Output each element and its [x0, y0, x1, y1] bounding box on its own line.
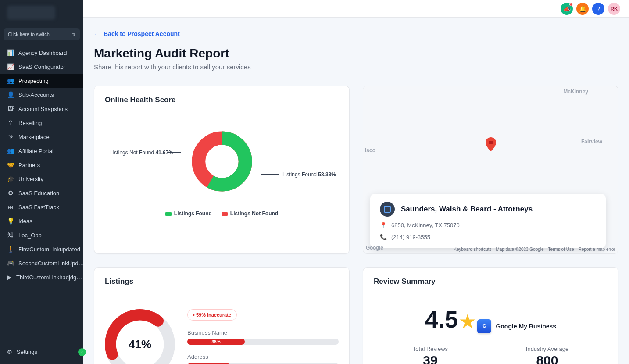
- group-icon: 👥: [7, 147, 14, 154]
- dashboard-icon: 📊: [7, 49, 14, 56]
- donut-svg: [191, 131, 253, 192]
- review-stats: Total Reviews 39 Industry Average 800: [374, 346, 608, 364]
- arrow-left-icon: ←: [94, 30, 100, 37]
- bar-label: Address: [187, 353, 339, 360]
- listings-bars: • 59% Inaccurate Business Name 38% Addre…: [187, 309, 339, 364]
- handshake-icon: 🤝: [7, 161, 14, 168]
- logo-blur: [7, 6, 55, 20]
- map-data-label: Map data ©2023 Google: [496, 247, 543, 252]
- bar-business-name: Business Name 38%: [187, 329, 339, 345]
- bag-icon: 🛍: [7, 133, 14, 140]
- bulb-icon: 💡: [7, 218, 14, 225]
- listings-card: Listings 41% • 59% Inaccurate Business N…: [94, 267, 350, 364]
- chevron-updown-icon: ⇅: [72, 32, 75, 37]
- nav-saas-education[interactable]: ⚙SaaS Education: [0, 186, 83, 200]
- keyboard-shortcuts-link[interactable]: Keyboard shortcuts: [454, 247, 491, 252]
- google-logo: Google: [366, 245, 383, 251]
- map-pin-icon: [486, 137, 496, 153]
- nav-agency-dashboard[interactable]: 📊Agency Dashboard: [0, 46, 83, 60]
- inaccurate-chip: • 59% Inaccurate: [187, 309, 237, 321]
- business-address: 6850, McKinney, TX 75070: [391, 222, 460, 228]
- business-phone-row: 📞 (214) 919-3555: [380, 234, 596, 240]
- listings-body: 41% • 59% Inaccurate Business Name 38% A…: [94, 300, 349, 364]
- nav-label: Marketplace: [18, 134, 50, 140]
- nav-partners[interactable]: 🤝Partners: [0, 158, 83, 172]
- nav-label: Loc_Opp: [18, 232, 42, 239]
- business-info-card: Saunders, Walsh & Beard - Attorneys 📍 68…: [370, 194, 606, 248]
- avatar[interactable]: RK: [608, 3, 620, 15]
- business-name: Saunders, Walsh & Beard - Attorneys: [401, 205, 533, 214]
- nav-reselling[interactable]: ⇪Reselling: [0, 116, 83, 130]
- nav-third-custom[interactable]: ▶ThirdCustomLinkhadjdg…: [0, 270, 83, 284]
- nav-label: Affiliate Portal: [18, 148, 54, 154]
- chart-label-notfound: Listings Not Found 41.67%: [110, 150, 173, 156]
- app-logo: [0, 0, 83, 25]
- account-switcher[interactable]: Click here to switch ⇅: [4, 28, 80, 40]
- industry-avg-stat: Industry Average 800: [526, 346, 568, 364]
- settings-label: Settings: [17, 349, 37, 355]
- nav-university[interactable]: 🎓University: [0, 172, 83, 186]
- nav-label: ThirdCustomLinkhadjdg…: [16, 274, 82, 281]
- gear-icon: ⚙: [7, 189, 14, 196]
- cn-icon: 知: [7, 232, 14, 239]
- user-icon: 👤: [7, 91, 14, 98]
- nav-prospecting[interactable]: 👥Prospecting: [0, 74, 83, 88]
- total-reviews-stat: Total Reviews 39: [413, 346, 448, 364]
- map-label-isco: isco: [365, 147, 375, 153]
- nav-label: Reselling: [18, 120, 42, 126]
- nav-label: Sub-Accounts: [18, 92, 54, 98]
- chart-label-found: Listings Found 58.33%: [282, 171, 336, 178]
- map-label-mckinney: McKinney: [563, 89, 588, 95]
- nav-ideas[interactable]: 💡Ideas: [0, 214, 83, 228]
- notifications-button[interactable]: 🔔: [576, 3, 589, 15]
- announcements-button[interactable]: 📣: [561, 3, 573, 15]
- review-source: G Google My Business: [477, 319, 556, 333]
- health-score-card: Online Health Score Listings Found 58.33…: [94, 86, 350, 254]
- nav-loc-opp[interactable]: 知Loc_Opp: [0, 228, 83, 242]
- nav-list: 📊Agency Dashboard 📈SaaS Configurator 👥Pr…: [0, 46, 83, 284]
- help-button[interactable]: ?: [592, 3, 604, 15]
- nav-first-custom[interactable]: 🚶FirstCustomLinkupdated: [0, 242, 83, 256]
- stat-value: 800: [526, 353, 568, 364]
- nav-saas-configurator[interactable]: 📈SaaS Configurator: [0, 60, 83, 74]
- health-score-title: Online Health Score: [94, 86, 349, 114]
- map-card[interactable]: McKinney Fairview isco Saunders, Walsh &…: [363, 86, 618, 254]
- page-subtitle: Share this report with your clients to s…: [94, 63, 618, 71]
- business-address-row: 📍 6850, McKinney, TX 75070: [380, 222, 596, 228]
- switch-label: Click here to switch: [8, 32, 50, 37]
- map-label-fairview: Fairview: [581, 139, 602, 145]
- terms-link[interactable]: Terms of Use: [548, 247, 574, 252]
- gear-icon: ⚙: [7, 349, 12, 355]
- bell-icon: 🔔: [579, 5, 586, 12]
- help-icon: ?: [597, 5, 600, 12]
- dashboard-grid: Online Health Score Listings Found 58.33…: [94, 86, 618, 364]
- stat-label: Industry Average: [526, 346, 568, 352]
- map-credits: Keyboard shortcuts Map data ©2023 Google…: [454, 247, 615, 252]
- nav-label: University: [18, 176, 43, 182]
- nav-label: Ideas: [18, 218, 32, 225]
- nav-label: FirstCustomLinkupdated: [18, 246, 80, 253]
- business-logo-icon: [380, 202, 395, 217]
- nav-settings[interactable]: ⚙ Settings: [0, 345, 83, 359]
- nav-account-snapshots[interactable]: 🖼Account Snapshots: [0, 102, 83, 116]
- upload-icon: ⇪: [7, 119, 14, 126]
- phone-icon: 📞: [380, 234, 387, 240]
- nav-saas-fasttrack[interactable]: ⏭SaaS FastTrack: [0, 200, 83, 214]
- notification-dot: [569, 3, 573, 6]
- nav-label: SaaS Configurator: [18, 64, 65, 70]
- stat-label: Total Reviews: [413, 346, 448, 352]
- back-link[interactable]: ← Back to Prospect Account: [94, 30, 180, 37]
- report-error-link[interactable]: Report a map error: [579, 247, 615, 252]
- nav-marketplace[interactable]: 🛍Marketplace: [0, 130, 83, 144]
- topbar: 📣 🔔 ? RK: [83, 0, 629, 18]
- nav-sub-accounts[interactable]: 👤Sub-Accounts: [0, 88, 83, 102]
- nav-affiliate-portal[interactable]: 👥Affiliate Portal: [0, 144, 83, 158]
- nav-label: Account Snapshots: [18, 106, 68, 112]
- nav-label: Agency Dashboard: [18, 50, 67, 56]
- nav-second-custom[interactable]: 🎮SecondCustomLinkUpd…: [0, 256, 83, 270]
- nav-label: Prospecting: [18, 78, 49, 84]
- youtube-icon: ▶: [7, 274, 12, 281]
- svg-rect-2: [489, 141, 493, 144]
- nav-label: SecondCustomLinkUpd…: [18, 260, 84, 267]
- donut-chart: Listings Found 58.33% Listings Not Found…: [94, 114, 349, 233]
